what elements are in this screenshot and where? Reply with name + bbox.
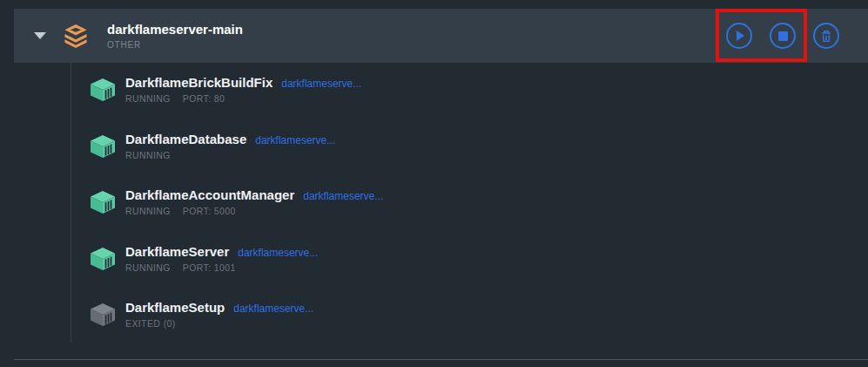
- container-row[interactable]: DarkflameAccountManager darkflameserve..…: [91, 187, 383, 216]
- stop-button[interactable]: [770, 23, 796, 49]
- container-image-link[interactable]: darkflameserve...: [303, 190, 383, 202]
- container-port: PORT: 80: [183, 93, 225, 104]
- delete-button[interactable]: [813, 23, 839, 49]
- container-icon: [91, 303, 115, 326]
- stop-icon: [778, 31, 788, 41]
- chevron-down-icon[interactable]: [34, 32, 46, 39]
- stack-group-header[interactable]: darkflameserver-main OTHER: [14, 9, 868, 63]
- container-state: EXITED (0): [125, 318, 176, 329]
- container-name: DarkflameSetup: [125, 300, 225, 315]
- play-icon: [737, 31, 744, 41]
- trash-icon: [820, 30, 832, 43]
- container-icon: [91, 135, 115, 158]
- container-row[interactable]: DarkflameSetup darkflameserve... EXITED …: [91, 300, 313, 329]
- container-name: DarkflameServer: [125, 244, 229, 259]
- tree-line: [71, 63, 71, 343]
- container-image-link[interactable]: darkflameserve...: [255, 134, 335, 146]
- container-image-link[interactable]: darkflameserve...: [238, 247, 318, 259]
- container-port: PORT: 5000: [183, 206, 236, 216]
- container-state: RUNNING: [125, 206, 171, 216]
- container-state: RUNNING: [125, 150, 171, 160]
- container-icon: [91, 191, 115, 214]
- container-row-body: DarkflameDatabase darkflameserve... RUNN…: [125, 132, 335, 160]
- container-name: DarkflameDatabase: [125, 132, 246, 146]
- stack-actions: [726, 23, 839, 49]
- container-row-body: DarkflameAccountManager darkflameserve..…: [125, 187, 383, 216]
- bottom-divider: [14, 359, 868, 360]
- containers-panel: darkflameserver-main OTHER: [0, 0, 868, 367]
- stack-layers-icon: [63, 24, 89, 49]
- container-state: RUNNING: [125, 93, 171, 104]
- stack-title: darkflameserver-main: [107, 22, 243, 37]
- container-row[interactable]: DarkflameBrickBuildFix darkflameserve...…: [91, 75, 361, 104]
- container-row-body: DarkflameBrickBuildFix darkflameserve...…: [125, 75, 361, 104]
- container-row[interactable]: DarkflameServer darkflameserve... RUNNIN…: [91, 244, 318, 273]
- start-button[interactable]: [726, 23, 752, 49]
- container-state: RUNNING: [125, 262, 171, 273]
- container-row[interactable]: DarkflameDatabase darkflameserve... RUNN…: [91, 132, 335, 160]
- container-port: PORT: 1001: [183, 262, 236, 273]
- container-image-link[interactable]: darkflameserve...: [233, 302, 313, 315]
- container-row-body: DarkflameServer darkflameserve... RUNNIN…: [125, 244, 318, 273]
- container-name: DarkflameBrickBuildFix: [125, 75, 273, 90]
- container-image-link[interactable]: darkflameserve...: [281, 78, 361, 90]
- container-icon: [91, 78, 115, 101]
- stack-subtitle: OTHER: [107, 40, 243, 50]
- stack-title-block: darkflameserver-main OTHER: [107, 22, 243, 50]
- container-icon: [91, 248, 115, 270]
- container-row-body: DarkflameSetup darkflameserve... EXITED …: [125, 300, 313, 329]
- container-name: DarkflameAccountManager: [125, 187, 294, 202]
